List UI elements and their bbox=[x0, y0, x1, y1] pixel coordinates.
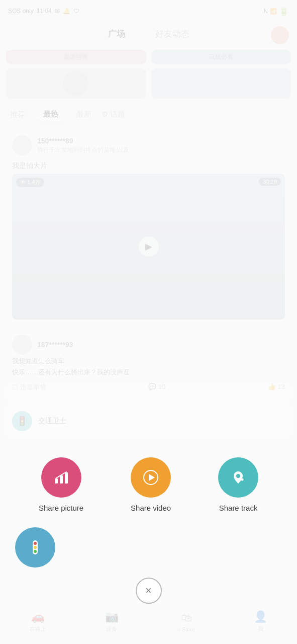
share-picture-label: Share picture bbox=[39, 504, 83, 512]
traffic-light-icon bbox=[26, 538, 44, 556]
share-options-row: Share picture Share video bbox=[0, 447, 297, 527]
svg-point-5 bbox=[236, 474, 240, 478]
svg-rect-0 bbox=[55, 478, 58, 484]
location-icon bbox=[229, 468, 247, 487]
svg-marker-4 bbox=[149, 474, 155, 481]
svg-rect-1 bbox=[60, 475, 63, 484]
share-track-option[interactable]: Share track bbox=[218, 457, 258, 512]
share-traffic-option[interactable] bbox=[15, 527, 55, 568]
share-picture-circle[interactable] bbox=[41, 457, 81, 498]
chart-icon bbox=[52, 468, 70, 487]
share-video-label: Share video bbox=[131, 504, 171, 512]
close-button[interactable]: × bbox=[136, 578, 162, 604]
share-video-option[interactable]: Share video bbox=[131, 457, 171, 512]
share-picture-option[interactable]: Share picture bbox=[39, 457, 83, 512]
svg-rect-2 bbox=[65, 472, 68, 484]
share-video-circle[interactable] bbox=[131, 457, 171, 498]
share-modal: Share picture Share video bbox=[0, 447, 297, 604]
svg-point-8 bbox=[34, 542, 37, 545]
share-track-circle[interactable] bbox=[218, 457, 258, 498]
svg-point-9 bbox=[34, 546, 37, 549]
share-extra-row bbox=[0, 527, 297, 578]
svg-point-10 bbox=[34, 550, 37, 553]
share-track-label: Share track bbox=[219, 504, 258, 512]
play-icon bbox=[142, 468, 160, 487]
close-icon: × bbox=[145, 584, 152, 597]
share-traffic-circle[interactable] bbox=[15, 527, 55, 568]
